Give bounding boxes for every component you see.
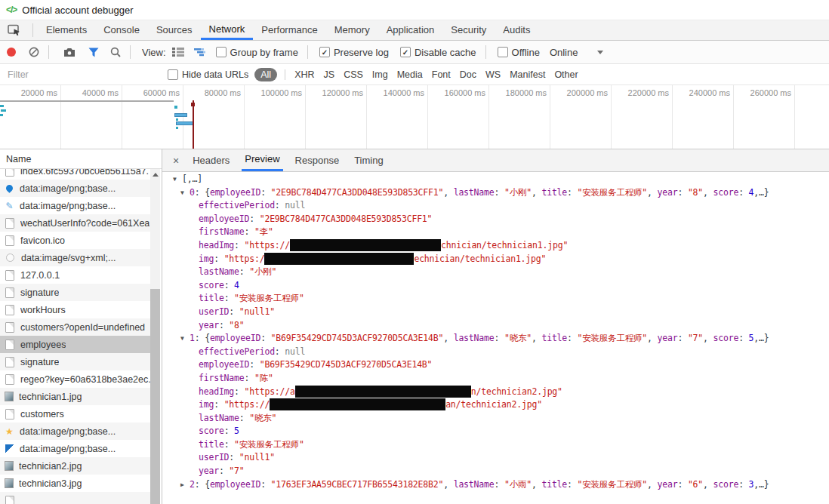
- tab-response[interactable]: Response: [292, 149, 343, 171]
- json-value: 4: [234, 280, 239, 290]
- timeline-overview[interactable]: 20000 ms40000 ms60000 ms80000 ms100000 m…: [0, 85, 829, 149]
- search-icon[interactable]: [110, 47, 121, 57]
- scroll-up-icon[interactable]: [150, 169, 160, 180]
- show-waterfall-icon[interactable]: [194, 48, 206, 57]
- tab-elements[interactable]: Elements: [38, 20, 95, 40]
- request-row[interactable]: data:image/png;base...: [0, 423, 151, 440]
- json-value: "安装服务工程师": [234, 439, 304, 450]
- tab-sources[interactable]: Sources: [148, 20, 201, 40]
- name-column-header[interactable]: Name: [0, 149, 162, 169]
- tab-performance[interactable]: Performance: [253, 20, 325, 40]
- json-value: :: [249, 359, 259, 370]
- throttling-value[interactable]: Online: [550, 47, 578, 58]
- request-row[interactable]: wechatUserInfo?code=061Xea: [0, 214, 151, 232]
- timeline-tick-label: 60000 ms: [143, 85, 183, 97]
- collapse-triangle-icon[interactable]: ▼: [173, 173, 182, 186]
- json-value: :: [738, 187, 748, 198]
- close-icon[interactable]: ×: [173, 155, 179, 167]
- filter-type-xhr[interactable]: XHR: [294, 69, 314, 80]
- filter-funnel-icon[interactable]: [88, 48, 99, 57]
- hide-data-urls-label[interactable]: Hide data URLs: [182, 69, 248, 80]
- filter-type-all[interactable]: All: [254, 68, 277, 81]
- timeline-tick-label: 140000 ms: [384, 85, 427, 97]
- group-by-frame-checkbox[interactable]: [216, 47, 227, 57]
- offline-checkbox[interactable]: [498, 47, 508, 57]
- filter-type-ws[interactable]: WS: [485, 69, 501, 80]
- request-row[interactable]: data:image/svg+xml;...: [0, 249, 151, 266]
- use-large-rows-icon[interactable]: [172, 48, 184, 57]
- request-row[interactable]: regeo?key=60a6318be3ae2ec.: [0, 370, 151, 388]
- request-row[interactable]: index.6fc59370bc0eb56115a7.: [0, 169, 151, 180]
- request-row[interactable]: data:image/png;base...: [0, 180, 151, 197]
- waterfall-mark: [174, 106, 177, 109]
- preserve-log-checkbox[interactable]: [319, 47, 330, 57]
- request-row[interactable]: favicon.ico: [0, 232, 151, 249]
- filter-type-doc[interactable]: Doc: [460, 69, 476, 80]
- request-list-scrollbar[interactable]: [150, 169, 160, 504]
- json-value: :: [234, 386, 244, 397]
- screenshot-camera-icon[interactable]: [63, 48, 76, 57]
- inspect-element-icon[interactable]: [8, 24, 21, 36]
- request-row[interactable]: technician3.jpg: [0, 475, 151, 492]
- json-value: :: [245, 373, 254, 383]
- tab-security[interactable]: Security: [442, 20, 495, 40]
- collapse-triangle-icon[interactable]: ▼: [180, 332, 190, 346]
- offline-toggle[interactable]: Offline: [498, 47, 540, 58]
- detail-tab-bar: × HeadersPreviewResponseTiming: [162, 149, 829, 172]
- tab-headers[interactable]: Headers: [190, 149, 233, 171]
- group-by-frame-toggle[interactable]: Group by frame: [216, 47, 298, 58]
- request-row[interactable]: signature: [0, 284, 151, 301]
- request-row[interactable]: technician2.jpg: [0, 457, 151, 475]
- filter-type-manifest[interactable]: Manifest: [510, 69, 545, 80]
- tab-network[interactable]: Network: [201, 20, 254, 40]
- tab-timing[interactable]: Timing: [351, 149, 387, 171]
- request-row[interactable]: customers?openId=undefined: [0, 318, 151, 336]
- filter-type-other[interactable]: Other: [554, 69, 578, 80]
- divider: [32, 23, 33, 37]
- request-row[interactable]: employees: [0, 336, 151, 353]
- collapse-triangle-icon[interactable]: ▼: [180, 186, 190, 200]
- filter-type-font[interactable]: Font: [432, 69, 451, 80]
- disable-cache-toggle[interactable]: Disable cache: [400, 47, 476, 58]
- request-row[interactable]: workHours: [0, 301, 151, 318]
- preview-line: score: 5: [162, 425, 829, 438]
- record-icon[interactable]: [7, 48, 16, 57]
- scrollbar-thumb[interactable]: [150, 289, 160, 504]
- filter-type-media[interactable]: Media: [397, 69, 423, 80]
- filter-input[interactable]: [6, 69, 159, 81]
- filter-type-img[interactable]: Img: [372, 69, 388, 80]
- json-value: :: [567, 333, 577, 343]
- tab-memory[interactable]: Memory: [326, 20, 378, 40]
- request-row[interactable]: customers: [0, 405, 151, 423]
- tab-audits[interactable]: Audits: [495, 20, 538, 40]
- json-key: employeeID: [199, 214, 249, 224]
- json-key: score: [713, 333, 739, 343]
- tab-console[interactable]: Console: [95, 20, 148, 40]
- request-row[interactable]: data:image/png;base...: [0, 197, 151, 214]
- request-row[interactable]: [0, 492, 151, 504]
- preserve-log-toggle[interactable]: Preserve log: [319, 47, 389, 58]
- filter-type-css[interactable]: CSS: [344, 69, 363, 80]
- request-row[interactable]: 127.0.0.1: [0, 266, 151, 284]
- json-key: firstName: [199, 226, 245, 237]
- json-value: :: [219, 466, 229, 476]
- chevron-down-icon[interactable]: [597, 51, 603, 54]
- tab-preview[interactable]: Preview: [242, 149, 282, 171]
- disable-cache-checkbox[interactable]: [400, 47, 411, 57]
- json-key: employeeID: [199, 359, 249, 370]
- expand-triangle-icon[interactable]: ▶: [180, 478, 190, 492]
- request-row[interactable]: data:image/png;base...: [0, 440, 151, 457]
- clear-icon[interactable]: [29, 47, 39, 57]
- request-row[interactable]: signature: [0, 353, 151, 370]
- tab-application[interactable]: Application: [378, 20, 443, 40]
- filter-type-js[interactable]: JS: [324, 69, 335, 80]
- hide-data-urls-checkbox[interactable]: [168, 69, 178, 80]
- json-value: an/technician2.jpg": [445, 399, 542, 410]
- json-value: ,…}: [753, 187, 769, 198]
- request-row[interactable]: technician1.jpg: [0, 388, 151, 405]
- timeline-tick-label: 120000 ms: [322, 85, 366, 97]
- timeline-tick-label: 20000 ms: [21, 85, 60, 97]
- json-value: 5: [234, 426, 239, 436]
- timeline-tick-label: 100000 ms: [261, 85, 305, 97]
- document-icon: [5, 340, 14, 350]
